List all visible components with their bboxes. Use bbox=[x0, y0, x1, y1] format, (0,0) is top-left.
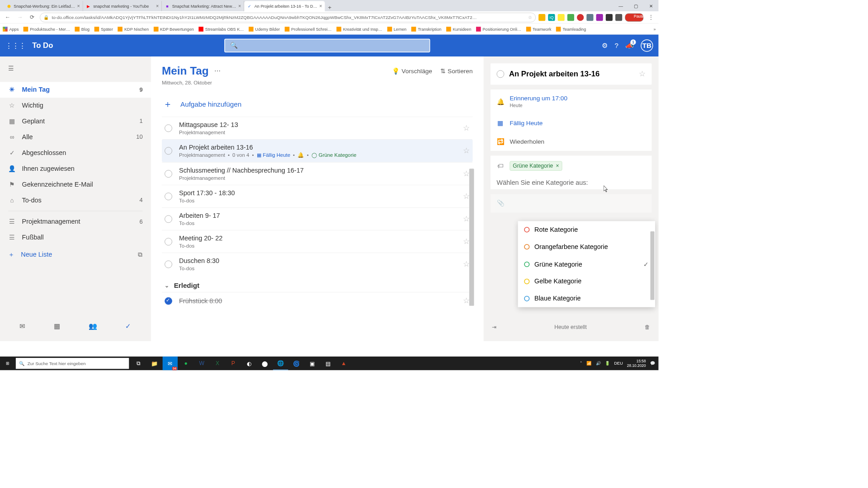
extension-icon[interactable] bbox=[558, 14, 565, 21]
sidebar-item-important[interactable]: ☆ Wichtig bbox=[0, 98, 151, 113]
bookmark-item[interactable]: Professionell Schrei… bbox=[285, 27, 332, 32]
task-checkbox-checked[interactable] bbox=[165, 297, 172, 305]
category-option[interactable]: Rote Kategorie bbox=[518, 221, 655, 238]
notifications-icon[interactable]: 💬 bbox=[650, 361, 655, 366]
obs-icon[interactable]: ⬤ bbox=[257, 357, 272, 370]
close-icon[interactable]: × bbox=[77, 4, 80, 9]
sidebar-item-flagged-email[interactable]: ⚑ Gekennzeichnete E-Mail bbox=[0, 177, 151, 192]
bookmark-item[interactable]: Lernen bbox=[387, 27, 406, 32]
extension-icon[interactable] bbox=[567, 14, 574, 21]
sidebar-item-completed[interactable]: ✓ Abgeschlossen bbox=[0, 145, 151, 161]
extension-pause-badge[interactable]: Pausiert bbox=[625, 13, 643, 21]
bookmark-apps[interactable]: Apps bbox=[3, 27, 19, 32]
app-launcher-icon[interactable]: ⋮⋮⋮ bbox=[5, 42, 26, 50]
hamburger-icon[interactable]: ☰ bbox=[0, 62, 151, 75]
bookmark-item[interactable]: Udemy Bilder bbox=[249, 27, 280, 32]
extension-icon[interactable] bbox=[586, 14, 593, 21]
task-checkbox[interactable] bbox=[165, 124, 172, 132]
task-checkbox[interactable] bbox=[165, 192, 172, 200]
detail-title[interactable]: An Projekt arbeiten 13-16 bbox=[509, 70, 634, 79]
clock[interactable]: 15:58 28.10.2020 bbox=[627, 359, 646, 368]
close-icon[interactable]: × bbox=[238, 4, 241, 9]
hide-detail-icon[interactable]: ⇥ bbox=[492, 324, 496, 330]
task-row[interactable]: Duschen 8:30 To-dos ☆ bbox=[162, 253, 472, 275]
scrollbar-thumb[interactable] bbox=[469, 169, 474, 305]
sort-button[interactable]: ⇅Sortieren bbox=[440, 67, 472, 75]
task-row-selected[interactable]: An Projekt arbeiten 13-16 Projektmanagem… bbox=[162, 139, 472, 162]
back-button[interactable]: ← bbox=[3, 13, 12, 22]
new-list-button[interactable]: ＋ Neue Liste ⧉ bbox=[0, 245, 151, 264]
bookmark-item[interactable]: KDP Bewertungen bbox=[154, 27, 194, 32]
task-checkbox[interactable] bbox=[497, 70, 505, 78]
browser-tab[interactable]: ▶ snapchat marketing - YouTube × bbox=[83, 1, 162, 11]
reload-button[interactable]: ⟳ bbox=[28, 13, 37, 22]
minimize-button[interactable]: — bbox=[613, 1, 628, 11]
task-row-completed[interactable]: Frühstück 8:00 ☆ bbox=[162, 292, 472, 310]
task-checkbox[interactable] bbox=[165, 147, 172, 155]
language-indicator[interactable]: DEU bbox=[614, 361, 623, 366]
star-icon[interactable]: ☆ bbox=[528, 15, 532, 20]
category-option[interactable]: Gelbe Kategorie bbox=[518, 273, 655, 290]
extension-icon[interactable] bbox=[596, 14, 603, 21]
category-option-selected[interactable]: Grüne Kategorie ✓ bbox=[518, 255, 655, 273]
bookmark-item[interactable]: Produktsuche - Mer… bbox=[24, 27, 70, 32]
excel-icon[interactable]: X bbox=[210, 357, 225, 370]
suggestions-button[interactable]: 💡Vorschläge bbox=[392, 67, 432, 75]
app-icon[interactable]: ◐ bbox=[241, 357, 256, 370]
browser-tab[interactable]: ⬢ Snapchat-Werbung: Ein Leitfad… × bbox=[4, 1, 83, 11]
detail-repeat[interactable]: 🔁 Wiederholen bbox=[491, 132, 652, 151]
sidebar-item-all[interactable]: ∞ Alle 10 bbox=[0, 129, 151, 145]
powerpoint-icon[interactable]: P bbox=[226, 357, 241, 370]
more-icon[interactable]: ⋯ bbox=[214, 67, 221, 75]
sidebar-item-planned[interactable]: ▦ Geplant 1 bbox=[0, 113, 151, 129]
sidebar-list-item[interactable]: ☰ Projektmanagement 6 bbox=[0, 214, 151, 230]
chrome-icon[interactable]: 🌐 bbox=[273, 357, 288, 370]
mail-icon[interactable]: ✉ bbox=[19, 322, 25, 330]
sidebar-item-my-day[interactable]: ☀ Mein Tag 9 bbox=[0, 82, 151, 98]
extension-icon[interactable] bbox=[615, 14, 622, 21]
bookmark-item[interactable]: KDP Nischen bbox=[118, 27, 149, 32]
sidebar-item-tasks[interactable]: ⌂ To-dos 4 bbox=[0, 192, 151, 208]
star-icon[interactable]: ☆ bbox=[639, 70, 646, 79]
tray-chevron-icon[interactable]: ˄ bbox=[580, 361, 582, 366]
sidebar-list-item[interactable]: ☰ Fußball bbox=[0, 230, 151, 245]
address-bar[interactable]: 🔒 to-do.office.com/tasks/id/AAMkADQ1YjVj… bbox=[40, 13, 536, 22]
close-icon[interactable]: × bbox=[319, 4, 322, 9]
task-row[interactable]: Arbeiten 9- 17 To-dos ☆ bbox=[162, 207, 472, 230]
app-icon[interactable]: ▲ bbox=[336, 357, 351, 370]
task-row[interactable]: Schlussmeeting // Nachbesprechung 16-17 … bbox=[162, 162, 472, 185]
start-button[interactable]: ⊞ bbox=[0, 361, 15, 366]
extension-icon[interactable] bbox=[538, 14, 545, 21]
wifi-icon[interactable]: 📶 bbox=[586, 361, 591, 366]
extension-icon[interactable]: IQ bbox=[548, 14, 555, 21]
app-icon[interactable]: ▤ bbox=[321, 357, 335, 370]
close-icon[interactable]: × bbox=[156, 4, 159, 9]
task-row[interactable]: Sport 17:30 - 18:30 To-dos ☆ bbox=[162, 185, 472, 207]
new-group-icon[interactable]: ⧉ bbox=[138, 251, 143, 258]
task-checkbox[interactable] bbox=[165, 260, 172, 268]
task-view-icon[interactable]: ⧉ bbox=[131, 357, 146, 370]
todo-icon[interactable]: ✓ bbox=[125, 322, 131, 330]
completed-section-header[interactable]: ⌄ Erledigt bbox=[162, 275, 472, 292]
sidebar-item-assigned[interactable]: 👤 Ihnen zugewiesen bbox=[0, 161, 151, 177]
word-icon[interactable]: W bbox=[194, 357, 209, 370]
remove-icon[interactable]: × bbox=[556, 163, 559, 169]
extension-icon[interactable] bbox=[577, 14, 584, 21]
task-row[interactable]: Mittagspause 12- 13 Projektmanagement ☆ bbox=[162, 117, 472, 139]
avatar[interactable]: TB bbox=[641, 39, 653, 52]
delete-icon[interactable]: 🗑 bbox=[645, 324, 650, 330]
task-checkbox[interactable] bbox=[165, 215, 172, 223]
tasks-scroll[interactable]: Mittagspause 12- 13 Projektmanagement ☆ … bbox=[162, 117, 472, 341]
help-icon[interactable]: ? bbox=[614, 42, 618, 49]
detail-attach-file[interactable]: 📎 bbox=[491, 194, 652, 212]
settings-icon[interactable]: ⚙ bbox=[602, 42, 608, 50]
bookmark-item[interactable]: Später bbox=[94, 27, 113, 32]
notifications-icon[interactable]: 📣1 bbox=[625, 42, 634, 50]
browser-tab[interactable]: ■ Snapchat Marketing: Attract New… × bbox=[162, 1, 244, 11]
task-checkbox[interactable] bbox=[165, 170, 172, 178]
people-icon[interactable]: 👥 bbox=[89, 322, 97, 330]
bookmark-item[interactable]: Kreativität und Insp… bbox=[336, 27, 382, 32]
bookmark-item[interactable]: Teamleading bbox=[556, 27, 586, 32]
scrollbar-thumb[interactable] bbox=[650, 231, 654, 300]
mail-icon[interactable]: ✉94 bbox=[163, 357, 178, 370]
